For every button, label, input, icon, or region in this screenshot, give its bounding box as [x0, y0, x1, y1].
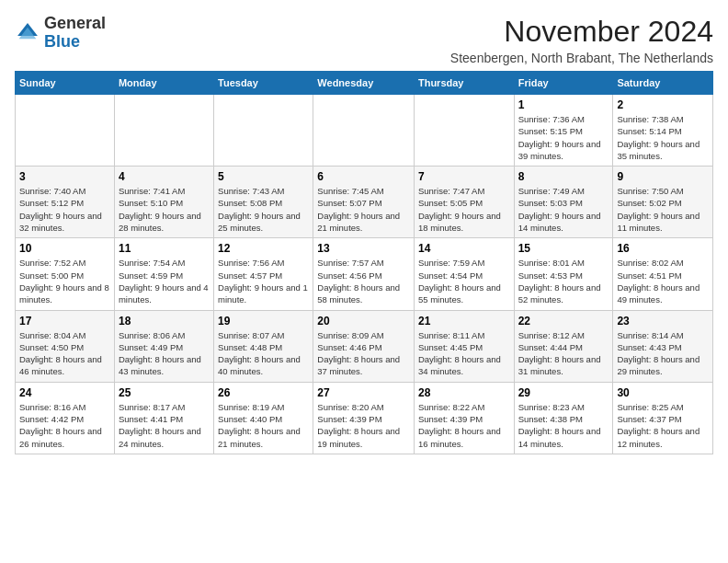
calendar-cell: 10Sunrise: 7:52 AM Sunset: 5:00 PM Dayli… [16, 238, 115, 310]
col-header-sunday: Sunday [16, 72, 115, 95]
calendar-cell: 7Sunrise: 7:47 AM Sunset: 5:05 PM Daylig… [414, 167, 514, 238]
calendar-cell: 9Sunrise: 7:50 AM Sunset: 5:02 PM Daylig… [613, 167, 713, 238]
day-number: 20 [317, 315, 410, 327]
logo-blue-text: Blue [44, 32, 80, 51]
logo-icon [15, 20, 40, 46]
calendar-cell: 11Sunrise: 7:54 AM Sunset: 4:59 PM Dayli… [114, 238, 213, 310]
day-number: 8 [518, 170, 609, 183]
day-info: Sunrise: 7:54 AM Sunset: 4:59 PM Dayligh… [119, 257, 210, 305]
calendar-cell: 23Sunrise: 8:14 AM Sunset: 4:43 PM Dayli… [613, 310, 713, 382]
day-info: Sunrise: 7:47 AM Sunset: 5:05 PM Dayligh… [418, 185, 510, 234]
day-number: 17 [19, 315, 110, 327]
month-title: November 2024 [450, 15, 713, 49]
calendar-cell [214, 95, 313, 167]
calendar-cell: 30Sunrise: 8:25 AM Sunset: 4:37 PM Dayli… [613, 382, 713, 454]
day-info: Sunrise: 8:23 AM Sunset: 4:38 PM Dayligh… [518, 401, 609, 450]
calendar-cell: 2Sunrise: 7:38 AM Sunset: 5:14 PM Daylig… [613, 95, 713, 167]
day-info: Sunrise: 7:59 AM Sunset: 4:54 PM Dayligh… [418, 257, 510, 305]
calendar-cell: 3Sunrise: 7:40 AM Sunset: 5:12 PM Daylig… [16, 167, 115, 238]
day-number: 2 [617, 98, 709, 111]
day-info: Sunrise: 7:56 AM Sunset: 4:57 PM Dayligh… [218, 257, 309, 305]
calendar-week-row: 10Sunrise: 7:52 AM Sunset: 5:00 PM Dayli… [16, 238, 713, 310]
day-number: 18 [119, 315, 210, 327]
logo: General Blue [15, 15, 106, 52]
calendar-cell: 6Sunrise: 7:45 AM Sunset: 5:07 PM Daylig… [313, 167, 415, 238]
calendar-cell: 22Sunrise: 8:12 AM Sunset: 4:44 PM Dayli… [514, 310, 613, 382]
day-number: 4 [119, 170, 210, 183]
day-number: 29 [518, 386, 609, 399]
calendar-cell: 1Sunrise: 7:36 AM Sunset: 5:15 PM Daylig… [514, 95, 613, 167]
calendar-cell: 19Sunrise: 8:07 AM Sunset: 4:48 PM Dayli… [214, 310, 313, 382]
calendar-week-row: 1Sunrise: 7:36 AM Sunset: 5:15 PM Daylig… [16, 95, 713, 167]
day-number: 3 [19, 170, 110, 183]
calendar-cell: 26Sunrise: 8:19 AM Sunset: 4:40 PM Dayli… [214, 382, 313, 454]
day-info: Sunrise: 8:22 AM Sunset: 4:39 PM Dayligh… [418, 401, 510, 450]
day-info: Sunrise: 7:57 AM Sunset: 4:56 PM Dayligh… [317, 257, 410, 305]
calendar-cell: 21Sunrise: 8:11 AM Sunset: 4:45 PM Dayli… [414, 310, 514, 382]
day-number: 25 [119, 386, 210, 399]
day-info: Sunrise: 7:38 AM Sunset: 5:14 PM Dayligh… [617, 113, 709, 162]
calendar-cell: 15Sunrise: 8:01 AM Sunset: 4:53 PM Dayli… [514, 238, 613, 310]
calendar-cell: 5Sunrise: 7:43 AM Sunset: 5:08 PM Daylig… [214, 167, 313, 238]
calendar-cell [414, 95, 514, 167]
day-number: 9 [617, 170, 709, 183]
calendar-cell: 29Sunrise: 8:23 AM Sunset: 4:38 PM Dayli… [514, 382, 613, 454]
day-info: Sunrise: 7:36 AM Sunset: 5:15 PM Dayligh… [518, 113, 609, 162]
day-info: Sunrise: 7:49 AM Sunset: 5:03 PM Dayligh… [518, 185, 609, 234]
col-header-monday: Monday [114, 72, 213, 95]
day-number: 22 [518, 315, 609, 327]
day-number: 11 [119, 242, 210, 255]
calendar-cell: 17Sunrise: 8:04 AM Sunset: 4:50 PM Dayli… [16, 310, 115, 382]
day-info: Sunrise: 7:43 AM Sunset: 5:08 PM Dayligh… [218, 185, 309, 234]
day-info: Sunrise: 7:52 AM Sunset: 5:00 PM Dayligh… [19, 257, 110, 305]
day-number: 23 [617, 315, 709, 327]
day-number: 7 [418, 170, 510, 183]
day-info: Sunrise: 8:17 AM Sunset: 4:41 PM Dayligh… [119, 401, 210, 450]
calendar-week-row: 17Sunrise: 8:04 AM Sunset: 4:50 PM Dayli… [16, 310, 713, 382]
calendar-cell [114, 95, 213, 167]
day-number: 26 [218, 386, 309, 399]
title-block: November 2024 Steenbergen, North Brabant… [450, 15, 713, 65]
col-header-saturday: Saturday [613, 72, 713, 95]
day-number: 10 [19, 242, 110, 255]
calendar-cell: 8Sunrise: 7:49 AM Sunset: 5:03 PM Daylig… [514, 167, 613, 238]
calendar-cell: 25Sunrise: 8:17 AM Sunset: 4:41 PM Dayli… [114, 382, 213, 454]
day-info: Sunrise: 8:14 AM Sunset: 4:43 PM Dayligh… [617, 329, 709, 378]
day-number: 13 [317, 242, 410, 255]
day-number: 12 [218, 242, 309, 255]
day-number: 19 [218, 315, 309, 327]
logo-general-text: General [44, 14, 106, 32]
day-info: Sunrise: 8:09 AM Sunset: 4:46 PM Dayligh… [317, 329, 410, 378]
day-info: Sunrise: 8:06 AM Sunset: 4:49 PM Dayligh… [119, 329, 210, 378]
day-number: 28 [418, 386, 510, 399]
calendar-cell: 18Sunrise: 8:06 AM Sunset: 4:49 PM Dayli… [114, 310, 213, 382]
day-number: 5 [218, 170, 309, 183]
calendar-cell: 4Sunrise: 7:41 AM Sunset: 5:10 PM Daylig… [114, 167, 213, 238]
calendar-week-row: 24Sunrise: 8:16 AM Sunset: 4:42 PM Dayli… [16, 382, 713, 454]
day-info: Sunrise: 8:19 AM Sunset: 4:40 PM Dayligh… [218, 401, 309, 450]
calendar-cell: 12Sunrise: 7:56 AM Sunset: 4:57 PM Dayli… [214, 238, 313, 310]
day-info: Sunrise: 8:04 AM Sunset: 4:50 PM Dayligh… [19, 329, 110, 378]
day-info: Sunrise: 8:11 AM Sunset: 4:45 PM Dayligh… [418, 329, 510, 378]
day-info: Sunrise: 8:02 AM Sunset: 4:51 PM Dayligh… [617, 257, 709, 305]
day-number: 16 [617, 242, 709, 255]
day-info: Sunrise: 7:40 AM Sunset: 5:12 PM Dayligh… [19, 185, 110, 234]
calendar-cell: 27Sunrise: 8:20 AM Sunset: 4:39 PM Dayli… [313, 382, 415, 454]
day-info: Sunrise: 8:07 AM Sunset: 4:48 PM Dayligh… [218, 329, 309, 378]
day-number: 24 [19, 386, 110, 399]
day-number: 14 [418, 242, 510, 255]
day-info: Sunrise: 8:25 AM Sunset: 4:37 PM Dayligh… [617, 401, 709, 450]
calendar-table: SundayMondayTuesdayWednesdayThursdayFrid… [15, 71, 713, 454]
day-info: Sunrise: 8:01 AM Sunset: 4:53 PM Dayligh… [518, 257, 609, 305]
calendar-header-row: SundayMondayTuesdayWednesdayThursdayFrid… [16, 72, 713, 95]
calendar-cell: 14Sunrise: 7:59 AM Sunset: 4:54 PM Dayli… [414, 238, 514, 310]
day-info: Sunrise: 7:45 AM Sunset: 5:07 PM Dayligh… [317, 185, 410, 234]
day-info: Sunrise: 7:41 AM Sunset: 5:10 PM Dayligh… [119, 185, 210, 234]
day-number: 1 [518, 98, 609, 111]
col-header-thursday: Thursday [414, 72, 514, 95]
calendar-cell: 28Sunrise: 8:22 AM Sunset: 4:39 PM Dayli… [414, 382, 514, 454]
calendar-cell [313, 95, 415, 167]
day-number: 6 [317, 170, 410, 183]
col-header-tuesday: Tuesday [214, 72, 313, 95]
calendar-cell: 16Sunrise: 8:02 AM Sunset: 4:51 PM Dayli… [613, 238, 713, 310]
